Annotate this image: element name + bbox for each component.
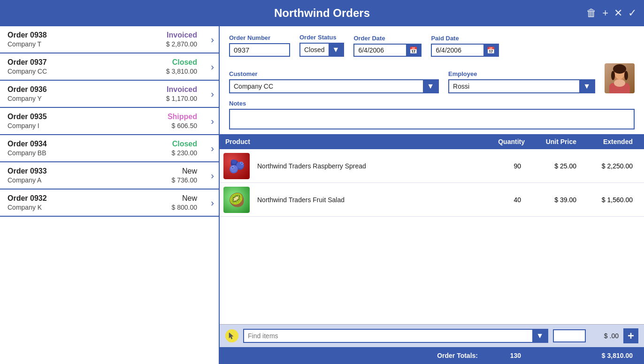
products-area: Product Quantity Unit Price Extended Nor… xyxy=(220,134,644,364)
add-icon[interactable]: + xyxy=(602,7,608,19)
employee-group: Employee Rossi ▼ xyxy=(448,70,595,93)
employee-dropdown-btn[interactable]: ▼ xyxy=(579,80,594,92)
order-amount: $ 800.00 xyxy=(172,204,198,211)
order-list-item[interactable]: Order 0932 New Company K $ 800.00 › xyxy=(0,190,219,217)
order-status: Shipped xyxy=(168,113,197,121)
order-arrow-icon: › xyxy=(211,89,214,99)
orders-list: Order 0938 Invoiced Company T $ 2,870.00… xyxy=(0,26,220,364)
order-date-input[interactable] xyxy=(354,45,406,56)
svg-point-4 xyxy=(613,64,626,74)
order-status: New xyxy=(182,167,197,175)
order-list-item[interactable]: Order 0933 New Company A $ 736.00 › xyxy=(0,162,219,190)
order-amount: $ 606.50 xyxy=(172,122,198,129)
product-row: Northwind Traders Raspberry Spread 90 $ … xyxy=(220,149,644,183)
order-list-item[interactable]: Order 0934 Closed Company BB $ 230.00 › xyxy=(0,135,219,162)
order-number-label: Order Number xyxy=(229,34,290,41)
employee-select-wrapper: Rossi ▼ xyxy=(448,79,595,93)
order-date-group: Order Date 📅 xyxy=(353,35,422,57)
product-image xyxy=(223,153,250,179)
order-status: Invoiced xyxy=(167,31,197,39)
order-status-dropdown-btn[interactable]: ▼ xyxy=(329,44,344,56)
order-arrow-icon: › xyxy=(211,170,214,181)
customer-dropdown-btn[interactable]: ▼ xyxy=(423,80,438,92)
order-totals-row: Order Totals: 130 $ 3,810.00 xyxy=(220,347,644,364)
employee-label: Employee xyxy=(448,70,595,77)
order-arrow-icon: › xyxy=(211,143,214,154)
order-company: Company A xyxy=(8,176,41,184)
order-list-item[interactable]: Order 0935 Shipped Company I $ 606.50 › xyxy=(0,108,219,135)
order-status: New xyxy=(182,194,197,203)
add-item-price: $ .00 xyxy=(590,332,619,340)
svg-point-3 xyxy=(614,79,625,87)
product-unit-price: $ 25.00 xyxy=(532,162,584,170)
order-number: Order 0938 xyxy=(8,31,47,39)
order-number-input[interactable] xyxy=(229,43,290,57)
paid-date-label: Paid Date xyxy=(431,35,499,42)
order-company: Company Y xyxy=(8,95,42,102)
quantity-col-header: Quantity xyxy=(485,138,532,145)
check-icon[interactable]: ✓ xyxy=(628,7,636,19)
order-date-picker-btn[interactable]: 📅 xyxy=(406,45,421,56)
notes-label: Notes xyxy=(229,100,635,107)
order-list-item[interactable]: Order 0937 Closed Company CC $ 3,810.00 … xyxy=(0,53,219,81)
customer-group: Customer Company CC ▼ xyxy=(229,70,439,93)
order-status-label: Order Status xyxy=(299,34,344,41)
cursor-indicator xyxy=(225,329,238,342)
unit-price-col-header: Unit Price xyxy=(532,138,584,145)
products-list: Northwind Traders Raspberry Spread 90 $ … xyxy=(220,149,644,324)
paid-date-picker-btn[interactable]: 📅 xyxy=(483,45,498,56)
find-items-dropdown-btn[interactable]: ▼ xyxy=(532,330,547,342)
customer-select-wrapper: Company CC ▼ xyxy=(229,79,439,93)
notes-group: Notes xyxy=(229,100,635,129)
order-status: Invoiced xyxy=(167,85,197,94)
form-row-1: Order Number Order Status Closed ▼ Order… xyxy=(229,34,635,57)
find-items-input[interactable] xyxy=(244,330,532,341)
order-form: Order Number Order Status Closed ▼ Order… xyxy=(220,26,644,134)
customer-label: Customer xyxy=(229,70,439,77)
form-row-2: Customer Company CC ▼ Employee Rossi ▼ xyxy=(229,63,635,93)
add-item-button[interactable]: + xyxy=(623,328,638,343)
order-arrow-icon: › xyxy=(211,61,214,72)
order-amount: $ 2,870.00 xyxy=(166,40,197,48)
order-number: Order 0932 xyxy=(8,194,47,203)
svg-point-6 xyxy=(611,71,615,80)
raspberry-image xyxy=(223,153,250,179)
order-company: Company BB xyxy=(8,149,46,157)
product-row: Northwind Traders Fruit Salad 40 $ 39.00… xyxy=(220,183,644,217)
order-status-value: Closed xyxy=(300,44,329,55)
paid-date-input[interactable] xyxy=(432,45,483,56)
order-company: Company CC xyxy=(8,68,47,75)
app-title: Northwind Orders xyxy=(274,7,370,20)
order-amount: $ 230.00 xyxy=(172,149,198,157)
products-table-header: Product Quantity Unit Price Extended xyxy=(220,134,644,149)
order-company: Company K xyxy=(8,204,42,211)
order-company: Company I xyxy=(8,122,39,129)
order-amount: $ 3,810.00 xyxy=(166,68,197,75)
delete-icon[interactable]: 🗑 xyxy=(586,7,597,19)
order-number: Order 0934 xyxy=(8,140,47,148)
employee-photo xyxy=(605,63,635,93)
close-icon[interactable]: ✕ xyxy=(614,7,622,19)
employee-value: Rossi xyxy=(449,81,579,92)
order-arrow-icon: › xyxy=(211,116,214,127)
order-arrow-icon: › xyxy=(211,34,214,45)
paid-date-group: Paid Date 📅 xyxy=(431,35,499,57)
order-amount: $ 736.00 xyxy=(172,176,198,184)
order-list-item[interactable]: Order 0938 Invoiced Company T $ 2,870.00… xyxy=(0,26,219,53)
order-status-select-wrapper: Closed ▼ xyxy=(299,43,344,57)
product-quantity: 40 xyxy=(485,196,532,204)
product-col-header: Product xyxy=(223,138,485,145)
order-status-group: Order Status Closed ▼ xyxy=(299,34,344,57)
order-number-group: Order Number xyxy=(229,34,290,57)
order-totals-quantity: 130 xyxy=(485,352,532,359)
notes-input[interactable] xyxy=(229,109,635,129)
order-company: Company T xyxy=(8,40,41,48)
order-totals-label: Order Totals: xyxy=(223,352,485,359)
order-detail: Order Number Order Status Closed ▼ Order… xyxy=(220,26,644,364)
add-item-qty-input[interactable] xyxy=(553,329,586,342)
product-quantity: 90 xyxy=(485,162,532,170)
order-list-item[interactable]: Order 0936 Invoiced Company Y $ 1,170.00… xyxy=(0,81,219,108)
product-extended: $ 1,560.00 xyxy=(584,196,640,204)
order-number: Order 0937 xyxy=(8,58,47,67)
order-number: Order 0933 xyxy=(8,167,47,175)
